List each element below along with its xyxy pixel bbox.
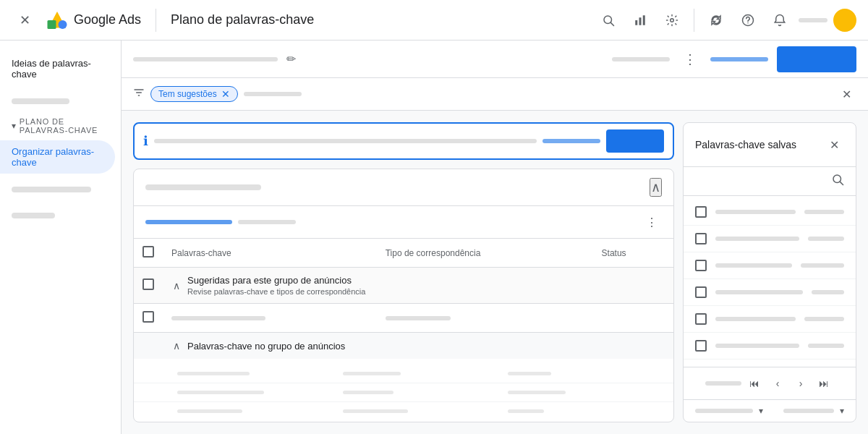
svg-rect-5 xyxy=(635,20,637,25)
saved-kw-checkbox-2[interactable] xyxy=(695,233,707,244)
ad-group-section-content: ∧ Palavras-chave no grupo de anúncios xyxy=(163,333,673,359)
suggested-kw-match xyxy=(377,304,593,333)
keywords-table: Palavras-chave Tipo de correspondência S… xyxy=(134,239,673,359)
sidebar-placeholder-1 xyxy=(12,98,69,104)
sidebar-section-plano[interactable]: ▾ Plano de palavras-chave xyxy=(0,111,121,140)
help-button[interactable] xyxy=(735,7,761,33)
panel-bottom-chevron: ▾ xyxy=(759,406,763,416)
ad-group-section-row: ∧ Palavras-chave no grupo de anúncios xyxy=(134,333,673,359)
filter-bar: Tem sugestões ✕ ✕ xyxy=(122,78,868,111)
brand-name: Google Ads xyxy=(74,12,141,27)
topbar-divider2 xyxy=(694,9,694,32)
suggested-checkbox[interactable] xyxy=(142,278,154,290)
saved-keywords-list xyxy=(684,196,856,367)
content-area: ℹ ∧ ⋮ xyxy=(122,111,868,434)
saved-kw-item-4 xyxy=(684,279,856,306)
er3-status xyxy=(508,409,544,413)
chart-button[interactable] xyxy=(627,7,653,33)
header-menu-button[interactable]: ⋮ xyxy=(678,48,702,71)
subheader-menu-button[interactable]: ⋮ xyxy=(642,212,662,232)
notifications-button[interactable] xyxy=(767,7,793,33)
right-panel-close-button[interactable]: ✕ xyxy=(824,135,844,155)
saved-kw-item-3 xyxy=(684,252,856,279)
panel-pagination: ⏮ ‹ › ⏭ xyxy=(684,367,856,399)
saved-kw-name-4 xyxy=(715,290,803,294)
filter-chip-label: Tem sugestões xyxy=(158,89,217,99)
filter-placeholder xyxy=(244,92,302,96)
keywords-card-header: ∧ xyxy=(134,169,673,206)
select-all-checkbox[interactable] xyxy=(142,246,154,258)
er1-status xyxy=(508,372,551,375)
main-content: ✏ ⋮ Tem sugestões ✕ ✕ ℹ xyxy=(122,41,868,434)
sidebar-section-plano-label: Plano de palavras-chave xyxy=(20,117,109,135)
adgroup-expand-button[interactable]: ∧ xyxy=(171,339,182,353)
saved-kw-name-3 xyxy=(715,263,792,268)
saved-kw-val-5 xyxy=(804,317,844,321)
refresh-button[interactable] xyxy=(703,7,729,33)
search-submit-button[interactable] xyxy=(606,129,664,153)
saved-kw-checkbox-4[interactable] xyxy=(695,286,707,298)
empty-row-1 xyxy=(134,365,673,383)
topbar: ✕ Google Ads Plano de palavras-chave xyxy=(0,0,868,41)
content-title-placeholder xyxy=(133,57,278,61)
adgroup-section-label: Palavras-chave no grupo de anúncios xyxy=(187,341,345,352)
kw-placeholder xyxy=(171,316,265,320)
saved-kw-checkbox-1[interactable] xyxy=(695,206,707,218)
th-keyword: Palavras-chave xyxy=(163,239,377,268)
saved-kw-checkbox-5[interactable] xyxy=(695,313,707,325)
filter-icon xyxy=(133,87,145,101)
suggested-kw-name xyxy=(163,304,377,333)
suggested-label: Sugeridas para este grupo de anúncios xyxy=(187,275,365,286)
add-button[interactable] xyxy=(777,46,856,72)
empty-row-3 xyxy=(134,402,673,420)
keywords-card-subheader: ⋮ xyxy=(134,206,673,239)
saved-kw-val-1 xyxy=(804,210,844,214)
main-layout: Ideias de palavras-chave ▾ Plano de pala… xyxy=(0,41,868,434)
saved-kw-val-4 xyxy=(812,290,844,294)
edit-icon[interactable]: ✏ xyxy=(286,52,296,66)
close-button[interactable]: ✕ xyxy=(12,7,38,33)
info-icon: ℹ xyxy=(143,133,148,149)
prev-page-button[interactable]: ‹ xyxy=(767,373,788,393)
card-collapse-button[interactable]: ∧ xyxy=(650,178,662,197)
settings-button[interactable] xyxy=(659,7,685,33)
card-title-placeholder xyxy=(145,184,261,190)
empty-rows-area xyxy=(134,359,673,422)
last-page-button[interactable]: ⏭ xyxy=(814,373,834,393)
empty-row-2 xyxy=(134,383,673,402)
refresh-icon xyxy=(710,14,723,27)
saved-kw-name-1 xyxy=(715,210,796,214)
suggested-keyword-row xyxy=(134,304,673,333)
er2-status xyxy=(508,391,566,394)
filter-chip-close[interactable]: ✕ xyxy=(220,88,231,100)
search-button[interactable] xyxy=(595,7,621,33)
first-page-button[interactable]: ⏮ xyxy=(744,373,765,393)
saved-kw-val-2 xyxy=(808,237,844,241)
th-match-type: Tipo de correspondência xyxy=(377,239,593,268)
saved-kw-checkbox-6[interactable] xyxy=(695,340,707,352)
sidebar-placeholder-3 xyxy=(12,213,55,218)
saved-kw-item-1 xyxy=(684,199,856,226)
filter-close-button[interactable]: ✕ xyxy=(836,84,856,104)
search-section: ℹ xyxy=(133,122,674,160)
sidebar-item-organizar[interactable]: Organizar palavras-chave xyxy=(0,140,115,174)
saved-kw-name-6 xyxy=(715,344,799,348)
saved-kw-name-5 xyxy=(715,317,796,321)
subheader-placeholder xyxy=(238,220,296,224)
sidebar-item-ideias[interactable]: Ideias de palavras-chave xyxy=(0,52,115,85)
topbar-divider xyxy=(156,9,156,32)
search-input-placeholder xyxy=(154,139,537,143)
help-icon xyxy=(741,14,754,27)
saved-kw-checkbox-3[interactable] xyxy=(695,260,707,271)
suggested-section-row: ∧ Sugeridas para este grupo de anúncios … xyxy=(134,268,673,304)
suggested-kw-checkbox[interactable] xyxy=(142,311,154,323)
next-page-button[interactable]: › xyxy=(791,373,811,393)
sidebar: Ideias de palavras-chave ▾ Plano de pala… xyxy=(0,41,122,434)
right-panel-header: Palavras-chave salvas ✕ xyxy=(684,123,856,167)
er1-match xyxy=(343,372,401,375)
suggested-expand-button[interactable]: ∧ xyxy=(171,278,182,293)
panel-search-icon[interactable] xyxy=(831,173,844,190)
right-panel-title: Palavras-chave salvas xyxy=(695,139,824,150)
avatar[interactable] xyxy=(833,9,856,32)
keywords-card: ∧ ⋮ xyxy=(133,169,674,422)
